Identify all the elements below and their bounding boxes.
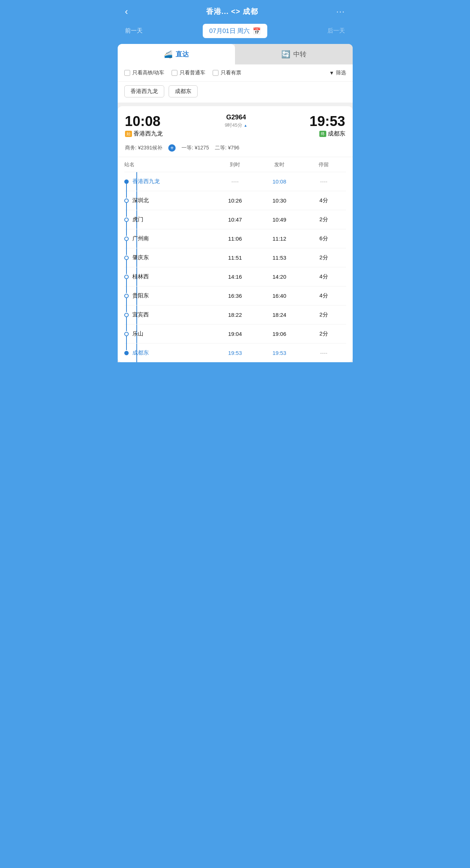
train-card: 10:08 始 香港西九龙 G2964 9时45分 ▲ 19:53 终 成都东 xyxy=(118,106,353,362)
stop-duration: ---- xyxy=(302,178,346,185)
depart-station: 香港西九龙 xyxy=(133,130,163,138)
checkbox-highspeed[interactable] xyxy=(124,70,130,76)
filter-normal[interactable]: 只看普通车 xyxy=(172,70,205,76)
stop-departure: 16:40 xyxy=(257,293,302,299)
stop-station-col: 广州南 xyxy=(124,235,213,242)
stop-station-col: 桂林西 xyxy=(124,273,213,280)
arrow-up-icon: ▲ xyxy=(244,123,247,127)
table-row: 宜宾西18:2218:242分 xyxy=(124,305,346,324)
header: ‹ 香港... <> 成都 ··· xyxy=(118,0,353,21)
stop-dot xyxy=(124,237,129,241)
date-text: 07月01日 周六 xyxy=(209,27,250,35)
filter-funnel-icon: ▼ xyxy=(329,70,334,76)
stop-name: 贵阳东 xyxy=(132,292,149,299)
stop-duration: 2分 xyxy=(302,330,346,337)
filter-tickets-label: 只看有票 xyxy=(221,70,241,76)
stop-duration: 4分 xyxy=(302,197,346,204)
table-row: 虎门10:4710:492分 xyxy=(124,210,346,229)
stop-departure: 11:12 xyxy=(257,235,302,242)
main-content: 只看高铁/动车 只看普通车 只看有票 ▼ 筛选 香港西九龙 成都东 10:08 xyxy=(118,64,353,362)
table-row: 广州南11:0611:126分 xyxy=(124,229,346,248)
depart-badge: 始 xyxy=(125,131,132,137)
stop-name: 肇庆东 xyxy=(132,254,149,261)
filter-highspeed-label: 只看高铁/动车 xyxy=(132,70,165,76)
arrive-time: 19:53 xyxy=(309,114,345,129)
checkbox-tickets[interactable] xyxy=(213,70,219,76)
col-header-duration: 停留 xyxy=(302,162,346,168)
transfer-icon: 🔄 xyxy=(281,50,290,59)
stop-duration: 2分 xyxy=(302,311,346,318)
filter-highspeed[interactable]: 只看高铁/动车 xyxy=(124,70,165,76)
stop-table-header: 站名 到时 发时 停留 xyxy=(124,157,346,172)
price-business: 商务: ¥2391候补 xyxy=(125,145,163,151)
station-to-label: 成都东 xyxy=(175,88,191,94)
tab-direct-label: 直达 xyxy=(176,50,189,59)
stop-arrival: 10:47 xyxy=(213,216,257,223)
stop-station-col: 虎门 xyxy=(124,216,213,223)
train-info-header: 10:08 始 香港西九龙 G2964 9时45分 ▲ 19:53 终 成都东 xyxy=(118,106,353,141)
stop-duration: 4分 xyxy=(302,273,346,280)
stop-departure: 10:30 xyxy=(257,197,302,204)
table-row: 桂林西14:1614:204分 xyxy=(124,267,346,286)
stop-departure: 19:53 xyxy=(257,350,302,356)
page-title: 香港... <> 成都 xyxy=(206,7,258,16)
add-price-button[interactable]: + xyxy=(168,144,176,152)
station-tag-from[interactable]: 香港西九龙 xyxy=(124,85,164,97)
stop-dot xyxy=(124,294,129,298)
price-second: 二等: ¥796 xyxy=(215,145,239,151)
stop-departure: 10:08 xyxy=(257,178,302,185)
stop-station-col: 深圳北 xyxy=(124,197,213,204)
table-row: 成都东19:5319:53---- xyxy=(124,344,346,362)
stop-dot xyxy=(124,179,129,184)
stop-table: 站名 到时 发时 停留 香港西九龙----10:08----深圳北10:2610… xyxy=(118,157,353,362)
stop-duration: 2分 xyxy=(302,216,346,223)
stop-arrival: 18:22 xyxy=(213,312,257,318)
stop-station-col: 肇庆东 xyxy=(124,254,213,261)
station-tag-to[interactable]: 成都东 xyxy=(169,85,198,97)
train-number: G2964 xyxy=(225,114,247,121)
stop-name: 广州南 xyxy=(132,235,149,242)
stop-arrival: 14:16 xyxy=(213,274,257,280)
tab-transfer[interactable]: 🔄 中转 xyxy=(235,44,353,64)
col-header-station: 站名 xyxy=(124,162,213,168)
back-button[interactable]: ‹ xyxy=(125,6,128,17)
stop-name: 桂林西 xyxy=(132,273,149,280)
table-row: 肇庆东11:5111:532分 xyxy=(124,248,346,267)
arrive-station: 成都东 xyxy=(328,130,345,138)
stop-station-col: 宜宾西 xyxy=(124,311,213,318)
date-bar: 前一天 07月01日 周六 📅 后一天 xyxy=(118,21,353,44)
stop-duration: 2分 xyxy=(302,254,346,261)
table-row: 贵阳东16:3616:404分 xyxy=(124,286,346,305)
stop-name: 成都东 xyxy=(132,349,149,356)
next-day-button[interactable]: 后一天 xyxy=(327,27,345,35)
calendar-icon: 📅 xyxy=(253,27,261,35)
tab-direct[interactable]: 🚄 直达 xyxy=(118,44,235,64)
stop-dot xyxy=(124,351,129,355)
stop-dot xyxy=(124,313,129,317)
stop-name: 香港西九龙 xyxy=(132,178,160,185)
stop-name: 深圳北 xyxy=(132,197,149,204)
filter-tickets[interactable]: 只看有票 xyxy=(213,70,241,76)
price-first: 一等: ¥1275 xyxy=(181,145,209,151)
col-header-arrival: 到时 xyxy=(213,162,257,168)
stop-departure: 18:24 xyxy=(257,312,302,318)
prev-day-button[interactable]: 前一天 xyxy=(125,27,143,35)
station-row: 香港西九龙 成都东 xyxy=(118,82,353,103)
stop-station-col: 成都东 xyxy=(124,349,213,356)
arrive-badge: 终 xyxy=(319,131,326,137)
table-row: 香港西九龙----10:08---- xyxy=(124,172,346,191)
checkbox-normal[interactable] xyxy=(172,70,177,76)
more-button[interactable]: ··· xyxy=(336,7,345,16)
filter-button[interactable]: ▼ 筛选 xyxy=(329,70,346,76)
station-from-label: 香港西九龙 xyxy=(131,88,158,94)
date-picker[interactable]: 07月01日 周六 📅 xyxy=(203,24,268,38)
train-duration: 9时45分 ▲ xyxy=(225,122,247,129)
stop-duration: 6分 xyxy=(302,235,346,242)
stop-dot xyxy=(124,256,129,260)
stop-name: 虎门 xyxy=(132,216,143,223)
stop-station-col: 乐山 xyxy=(124,330,213,337)
stop-departure: 19:06 xyxy=(257,331,302,337)
stop-departure: 10:49 xyxy=(257,216,302,223)
stop-departure: 11:53 xyxy=(257,255,302,261)
table-row: 乐山19:0419:062分 xyxy=(124,324,346,344)
